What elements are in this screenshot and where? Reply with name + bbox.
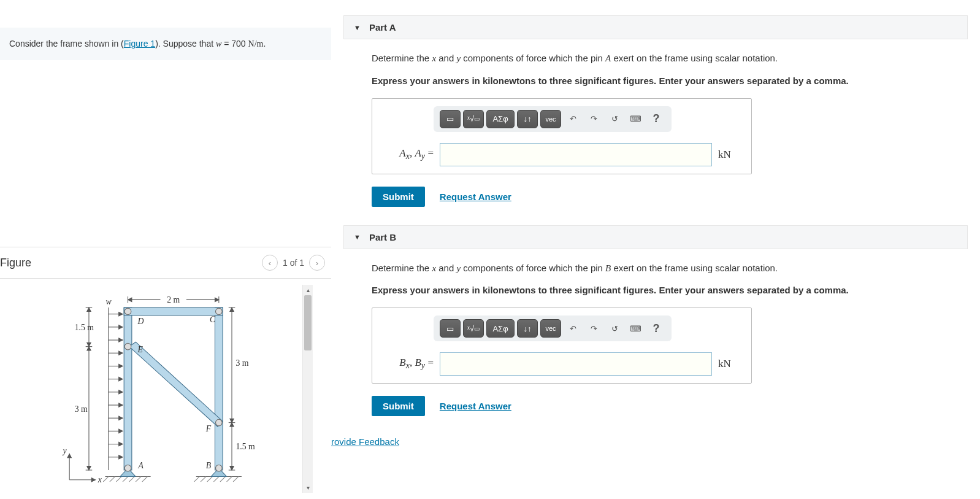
scroll-thumb[interactable] xyxy=(304,295,312,350)
svg-line-2 xyxy=(103,477,108,482)
svg-marker-42 xyxy=(119,390,123,394)
part-a-header[interactable]: ▼ Part A xyxy=(343,15,968,39)
svg-text:3 m: 3 m xyxy=(75,404,88,414)
figure-next-button[interactable]: › xyxy=(309,255,325,271)
figure-scrollbar[interactable]: ▴ ▾ xyxy=(302,285,313,493)
svg-line-11 xyxy=(207,477,212,482)
svg-text:C: C xyxy=(210,315,216,324)
svg-marker-38 xyxy=(119,364,123,368)
part-a-request-answer-link[interactable]: Request Answer xyxy=(440,191,511,202)
svg-line-7 xyxy=(136,477,140,482)
figure-panel: Figure ‹ 1 of 1 › xyxy=(0,247,331,499)
svg-line-5 xyxy=(123,477,128,482)
keyboard-button[interactable]: ⌨ xyxy=(626,319,645,338)
problem-statement: Consider the frame shown in (Figure 1). … xyxy=(0,28,331,60)
part-b-answer-box: ▭ ᵡ√▭ ΑΣφ ↓↑ vec ↶ ↷ ↺ ⌨ ? Bx, By = k xyxy=(372,308,752,384)
svg-text:2 m: 2 m xyxy=(167,295,180,304)
figure-title: Figure xyxy=(0,257,31,269)
provide-feedback-link[interactable]: Provide Feedback xyxy=(331,436,399,447)
svg-text:y: y xyxy=(62,446,67,455)
svg-line-15 xyxy=(233,477,238,482)
svg-text:F: F xyxy=(205,424,212,433)
svg-text:D: D xyxy=(137,317,144,326)
svg-point-24 xyxy=(124,343,131,350)
svg-line-14 xyxy=(227,477,232,482)
vec-button[interactable]: vec xyxy=(540,319,561,338)
collapse-icon: ▼ xyxy=(354,233,361,241)
reset-button[interactable]: ↺ xyxy=(605,319,624,338)
part-a-question: Determine the x and y components of forc… xyxy=(372,52,958,66)
svg-marker-48 xyxy=(119,429,123,433)
svg-marker-21 xyxy=(129,342,223,427)
svg-marker-57 xyxy=(128,298,132,301)
subsup-button[interactable]: ↓↑ xyxy=(517,319,538,338)
svg-line-12 xyxy=(213,477,218,482)
svg-marker-34 xyxy=(119,338,123,342)
svg-text:x: x xyxy=(98,475,102,484)
equation-toolbar: ▭ ᵡ√▭ ΑΣφ ↓↑ vec ↶ ↷ ↺ ⌨ ? xyxy=(434,315,672,341)
scroll-down-icon[interactable]: ▾ xyxy=(303,482,313,493)
subsup-button[interactable]: ↓↑ xyxy=(517,110,538,128)
figure-counter: 1 of 1 xyxy=(283,258,304,268)
svg-marker-40 xyxy=(119,377,123,381)
svg-marker-58 xyxy=(215,298,218,301)
part-a-answer-box: ▭ ᵡ√▭ ΑΣφ ↓↑ vec ↶ ↷ ↺ ⌨ ? Ax, Ay = k xyxy=(372,98,752,174)
part-a-unit: kN xyxy=(718,149,743,161)
vec-button[interactable]: vec xyxy=(540,110,561,128)
svg-text:1.5 m: 1.5 m xyxy=(235,442,255,451)
part-b: ▼ Part B Determine the x and y component… xyxy=(343,225,968,420)
templates-button[interactable]: ▭ xyxy=(440,110,461,128)
svg-point-26 xyxy=(124,465,131,471)
sqrt-button[interactable]: ᵡ√▭ xyxy=(463,110,484,128)
svg-line-10 xyxy=(201,477,205,482)
svg-marker-85 xyxy=(67,454,71,457)
svg-point-22 xyxy=(124,308,131,315)
part-b-instruction: Express your answers in kilonewtons to t… xyxy=(372,284,958,296)
redo-button[interactable]: ↷ xyxy=(584,319,603,338)
undo-button[interactable]: ↶ xyxy=(564,110,582,128)
help-button[interactable]: ? xyxy=(647,110,665,128)
help-button[interactable]: ? xyxy=(647,319,665,338)
svg-marker-52 xyxy=(119,455,123,459)
svg-line-4 xyxy=(116,477,121,482)
svg-text:B: B xyxy=(206,461,212,470)
redo-button[interactable]: ↷ xyxy=(584,110,603,128)
svg-line-13 xyxy=(220,477,225,482)
undo-button[interactable]: ↶ xyxy=(564,319,582,338)
svg-text:E: E xyxy=(137,345,143,354)
svg-rect-20 xyxy=(124,308,223,315)
svg-text:3 m: 3 m xyxy=(235,358,248,368)
svg-line-3 xyxy=(110,477,115,482)
svg-text:w: w xyxy=(106,297,112,306)
problem-text: Consider the frame shown in ( xyxy=(9,39,124,48)
svg-rect-18 xyxy=(124,308,132,470)
greek-button[interactable]: ΑΣφ xyxy=(486,319,515,338)
svg-rect-19 xyxy=(215,308,223,470)
part-a-submit-button[interactable]: Submit xyxy=(372,187,425,207)
svg-line-9 xyxy=(194,477,199,482)
keyboard-button[interactable]: ⌨ xyxy=(626,110,645,128)
greek-button[interactable]: ΑΣφ xyxy=(486,110,515,128)
figure-image: 2 m 1.5 m 3 m xyxy=(18,285,302,493)
part-b-submit-button[interactable]: Submit xyxy=(372,396,425,416)
part-b-answer-input[interactable] xyxy=(440,352,712,376)
part-b-header[interactable]: ▼ Part B xyxy=(343,225,968,249)
svg-marker-65 xyxy=(87,308,91,311)
svg-marker-79 xyxy=(230,466,234,470)
part-a-answer-input[interactable] xyxy=(440,143,712,166)
svg-point-25 xyxy=(216,419,223,426)
reset-button[interactable]: ↺ xyxy=(605,110,624,128)
part-b-var-label: Bx, By = xyxy=(381,357,434,371)
svg-marker-32 xyxy=(119,325,123,329)
svg-text:A: A xyxy=(137,461,144,470)
svg-marker-36 xyxy=(119,351,123,355)
figure-prev-button[interactable]: ‹ xyxy=(262,255,278,271)
scroll-up-icon[interactable]: ▴ xyxy=(303,285,313,295)
part-b-request-answer-link[interactable]: Request Answer xyxy=(440,401,511,411)
svg-marker-68 xyxy=(87,466,91,470)
figure-link[interactable]: Figure 1 xyxy=(124,39,155,48)
sqrt-button[interactable]: ᵡ√▭ xyxy=(463,319,484,338)
svg-marker-83 xyxy=(91,478,95,482)
templates-button[interactable]: ▭ xyxy=(440,319,461,338)
svg-marker-30 xyxy=(119,312,123,315)
